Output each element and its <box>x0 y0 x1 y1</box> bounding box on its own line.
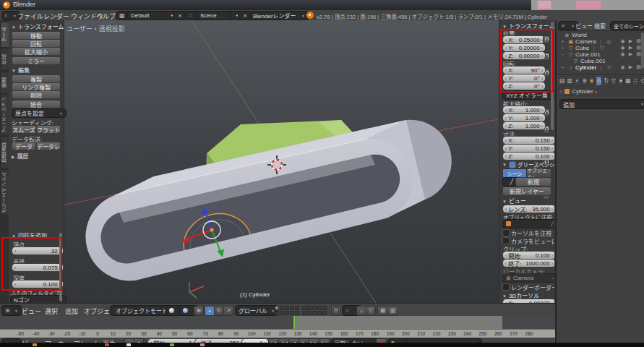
outliner-row-toggles[interactable]: ◉▶▤ <box>619 38 643 44</box>
layer-toggle[interactable] <box>295 306 299 310</box>
tab-physics-icon[interactable]: ◇ <box>640 76 644 86</box>
scale-button[interactable]: 拡大縮小 <box>12 47 61 56</box>
snap-element-icon[interactable]: ▽ <box>366 306 376 316</box>
local-camera-field[interactable]: ▣Camera× <box>502 273 554 283</box>
opengl-render-image-icon[interactable]: ▤ <box>377 306 388 316</box>
outliner-menu-search[interactable]: 検索 <box>594 22 606 30</box>
npanel-scrollbar[interactable] <box>551 22 554 130</box>
outliner-row-cube[interactable]: +▽Cube|▽ <box>559 45 605 51</box>
tab-data-icon[interactable]: ▽ <box>610 76 617 86</box>
layer-toggle[interactable] <box>322 311 327 315</box>
lock-location-x-icon[interactable] <box>543 35 550 44</box>
layer-toggle[interactable] <box>302 311 306 315</box>
shade-flat-button[interactable]: フラット <box>36 125 61 134</box>
shade-smooth-button[interactable]: スムーズ <box>12 125 36 134</box>
vertices-field[interactable]: ‹32› <box>12 247 64 255</box>
lens-field[interactable]: ‹レンズ:35.000› <box>502 205 554 213</box>
gpencil-new-button[interactable]: 新規 <box>515 177 551 187</box>
snap-grid-icon[interactable]: ⊞ <box>194 306 204 316</box>
orientation-dropdown[interactable]: グローバル▼ <box>235 305 278 316</box>
manipulator-translate-button[interactable]: + <box>205 306 215 316</box>
layer-toggle[interactable] <box>275 306 279 310</box>
layer-toggle[interactable] <box>280 306 284 310</box>
outliner-row-world[interactable]: ⊕World <box>564 32 587 38</box>
clip-end-field[interactable]: ‹終了:1000.000› <box>502 259 554 267</box>
lock-cursor-checkbox[interactable] <box>502 229 510 236</box>
layer-toggle[interactable] <box>285 311 289 315</box>
toolshelf-scrollbar[interactable] <box>59 233 62 301</box>
outliner-row-cube001-data[interactable]: ▽Cube.001 <box>572 58 606 64</box>
mode-dropdown[interactable]: オブジェクトモード▼ <box>110 305 171 316</box>
outliner-row-cylinder[interactable]: +○Cylinder|▽ <box>559 64 612 71</box>
layer-toggle[interactable] <box>312 311 317 315</box>
layer-toggle[interactable] <box>322 306 327 310</box>
depth-field[interactable]: ‹0.100› <box>12 280 64 288</box>
tab-scene-icon[interactable]: ◐ <box>574 76 580 86</box>
layer-toggle[interactable] <box>317 311 322 315</box>
manipulator-scale-button[interactable]: ↗ <box>223 306 233 316</box>
transform-panel-header[interactable]: ▼トランスフォーム <box>12 22 64 30</box>
tab-object-icon[interactable]: ■ <box>588 76 595 86</box>
tab-constraints-icon[interactable]: ∩ <box>596 76 602 86</box>
camera-to-view-checkbox[interactable] <box>502 237 510 244</box>
outliner-scrollbar[interactable] <box>641 33 644 69</box>
add-cylinder-panel-header[interactable]: ▼円柱を追加 <box>12 231 47 239</box>
render-border-checkbox[interactable] <box>502 283 510 291</box>
layer-toggle[interactable] <box>285 306 289 310</box>
tab-texture-icon[interactable]: ▦ <box>624 76 632 86</box>
mirror-button[interactable]: ミラー <box>12 56 61 65</box>
radius-field[interactable]: ‹0.075› <box>12 263 64 272</box>
new-layer-button[interactable]: 新規レイヤー <box>502 187 551 196</box>
viewport-menu-view[interactable]: ビュー <box>22 307 41 316</box>
dim-z-field[interactable]: ‹Z:0.100› <box>502 152 554 160</box>
viewport-canvas[interactable] <box>0 20 555 303</box>
pin-icon[interactable]: ○ <box>559 89 562 94</box>
data-layer-button[interactable]: データレ <box>36 142 61 150</box>
layer-toggle[interactable] <box>280 311 284 315</box>
join-button[interactable]: 統合 <box>12 100 61 108</box>
gpencil-checkbox[interactable] <box>509 161 516 168</box>
lock-to-scene-icon[interactable] <box>331 306 341 316</box>
location-z-field[interactable]: ‹Z:0.00000› <box>502 51 546 60</box>
set-origin-dropdown[interactable]: 原点を設定▼ <box>12 108 66 118</box>
tab-material-icon[interactable]: ● <box>617 76 624 86</box>
data-button[interactable]: データ <box>12 142 36 150</box>
history-panel-header[interactable]: ▶履歴 <box>12 152 29 160</box>
opengl-render-anim-icon[interactable]: ▥ <box>387 306 398 316</box>
lock-object-field[interactable]: ╱ <box>502 219 554 228</box>
delete-button[interactable]: 削除 <box>12 90 61 99</box>
layer-toggle[interactable] <box>302 306 306 310</box>
rotation-mode-dropdown[interactable]: XYZ オイラー角▼ <box>502 90 554 100</box>
tab-modifiers-icon[interactable]: ↻ <box>603 76 609 86</box>
snap-magnet-icon[interactable]: ∩ <box>356 306 366 316</box>
layer-toggle[interactable] <box>307 311 312 315</box>
tab-render-icon[interactable]: ▤ <box>559 76 566 86</box>
outliner-menu-view[interactable]: ビュー <box>575 22 593 30</box>
layer-toggle[interactable] <box>317 306 322 310</box>
add-constraint-dropdown[interactable]: 追加▼ <box>559 99 644 109</box>
edit-panel-header[interactable]: ▼編集 <box>12 66 30 74</box>
layer-toggle[interactable] <box>312 306 317 310</box>
layer-toggle[interactable] <box>275 311 279 315</box>
playhead[interactable] <box>293 316 295 329</box>
manipulator-rotate-button[interactable]: ↻ <box>214 306 224 316</box>
layer-toggle[interactable] <box>290 306 294 310</box>
render-engine-select[interactable]: Blenderレンダー▼ <box>249 11 309 20</box>
screen-layout-select[interactable]: Default <box>127 11 171 20</box>
layer-toggle[interactable] <box>290 311 294 315</box>
npanel-transform-header[interactable]: ▼トランスフォーム <box>502 22 554 30</box>
timeline-band[interactable] <box>0 316 555 329</box>
rotation-z-field[interactable]: ‹Z:0°› <box>502 82 546 90</box>
scale-z-field[interactable]: ‹Z:1.000› <box>502 121 546 130</box>
outliner-row-camera[interactable]: +▣Camera|◎ <box>559 38 611 45</box>
outliner-row-toggles[interactable]: ◉▶▤ <box>619 64 643 70</box>
layer-toggle[interactable] <box>307 306 312 310</box>
tab-render-layers-icon[interactable]: ▥ <box>567 76 574 86</box>
viewport-editor-type-button[interactable]: ⊞▼ <box>1 305 22 316</box>
outliner-row-toggles[interactable]: ◉▶▤ <box>619 45 643 51</box>
viewport-menu-select[interactable]: 選択 <box>45 307 58 316</box>
viewport-menu-add[interactable]: 追加 <box>65 307 78 316</box>
tab-world-icon[interactable]: ⊕ <box>581 76 588 86</box>
tab-particles-icon[interactable]: ∷ <box>632 76 639 86</box>
layer-toggle[interactable] <box>295 311 299 315</box>
